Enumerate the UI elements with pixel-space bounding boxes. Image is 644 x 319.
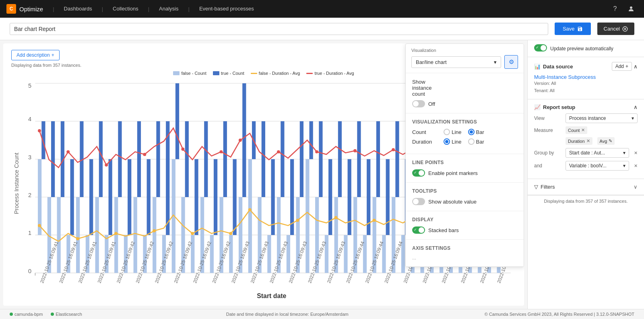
svg-text:1: 1 xyxy=(28,230,31,236)
legend-false-duration-color xyxy=(251,73,257,74)
svg-point-135 xyxy=(277,150,280,153)
svg-rect-80 xyxy=(338,121,342,197)
filters-section[interactable]: ▽ Filters ∨ xyxy=(528,179,644,195)
timezone-info: Date and time displayed in local timezon… xyxy=(90,312,485,317)
svg-point-134 xyxy=(239,139,242,142)
line-points-section: Line points ✓ Enable point markers xyxy=(406,154,524,183)
svg-rect-64 xyxy=(262,121,265,197)
svg-point-121 xyxy=(248,208,252,211)
svg-point-120 xyxy=(229,232,232,235)
show-absolute-value-label: Show absolute value xyxy=(428,199,477,205)
report-setup-title: Report setup xyxy=(543,104,575,110)
svg-rect-76 xyxy=(319,121,322,197)
svg-point-116 xyxy=(76,237,79,240)
nav-dashboards[interactable]: Dashboards xyxy=(58,0,99,18)
svg-point-122 xyxy=(296,219,299,222)
datasource-version: Version: All xyxy=(534,80,638,87)
top-navigation: C Optimize | Dashboards | Collections | … xyxy=(0,0,644,18)
main-content: Save Cancel Add description + Displaying… xyxy=(0,18,644,319)
measure-count-remove[interactable]: ✕ xyxy=(581,128,585,133)
edit-avg-icon[interactable]: ✎ xyxy=(609,138,612,144)
datasource-title: Data source xyxy=(543,64,573,70)
svg-rect-81 xyxy=(344,235,347,273)
nav-event-based[interactable]: Event-based processes xyxy=(193,0,260,18)
count-line-radio[interactable]: Line xyxy=(444,129,462,135)
svg-rect-58 xyxy=(233,159,236,235)
update-preview-label: Update preview automatically xyxy=(550,46,613,51)
view-select[interactable]: Process instance ▾ xyxy=(566,113,638,123)
svg-rect-72 xyxy=(300,121,303,197)
legend-true-count: true - Count xyxy=(213,71,244,76)
user-icon[interactable] xyxy=(625,2,638,15)
show-instance-count-toggle[interactable] xyxy=(412,100,425,107)
svg-point-137 xyxy=(353,149,357,152)
show-instance-count-state: Off xyxy=(428,101,435,107)
svg-rect-85 xyxy=(363,235,367,273)
settings-gear-button[interactable]: ⚙ xyxy=(504,55,518,69)
svg-point-129 xyxy=(66,150,70,153)
measure-count-chip: Count ✕ xyxy=(566,126,587,134)
count-bar-radio-circle xyxy=(468,129,475,135)
status-camunda: camunda-bpm xyxy=(10,312,43,317)
filters-title: Filters xyxy=(541,184,555,190)
legend-false-count-color xyxy=(173,71,180,75)
show-instance-count-label: Show instance count xyxy=(412,79,440,97)
legend-true-duration-color xyxy=(306,73,313,74)
measure-label: Measure xyxy=(534,128,562,133)
show-absolute-value-toggle[interactable] xyxy=(412,198,425,205)
and-variable-remove[interactable]: ✕ xyxy=(634,163,638,169)
tooltips-title: Tooltips xyxy=(412,188,517,194)
enable-point-markers-toggle[interactable]: ✓ xyxy=(412,169,425,177)
report-header: Save Cancel xyxy=(0,18,644,40)
visualization-panel: Visualization Bar/line chart ▾ ⚙ Show in… xyxy=(405,43,524,267)
right-panel: ✓ Update preview automatically 📊 Data so… xyxy=(527,40,644,309)
axis-settings-section: Axis settings ... xyxy=(406,240,524,267)
axis-settings-title: Axis settings xyxy=(412,245,517,251)
svg-rect-54 xyxy=(214,159,217,235)
stacked-bars-label: Stacked bars xyxy=(428,227,459,233)
svg-rect-53 xyxy=(210,235,214,273)
legend-true-duration: true - Duration - Avg xyxy=(306,71,354,76)
nav-analysis[interactable]: Analysis xyxy=(153,0,185,18)
svg-point-131 xyxy=(143,153,146,156)
svg-rect-32 xyxy=(109,159,112,235)
measure-duration-remove[interactable]: ✕ xyxy=(586,138,590,144)
save-button[interactable]: Save xyxy=(555,23,591,35)
report-title-input[interactable] xyxy=(10,23,548,35)
report-setup-section: 📈 Report setup ∧ View Process instance ▾… xyxy=(528,99,644,179)
cancel-button[interactable]: Cancel xyxy=(597,23,634,35)
update-preview-toggle[interactable]: ✓ xyxy=(534,44,547,53)
measure-duration-chip: Duration ✕ xyxy=(566,137,592,145)
svg-rect-78 xyxy=(328,159,332,235)
add-description-button[interactable]: Add description + xyxy=(11,50,60,60)
svg-rect-40 xyxy=(147,159,151,235)
group-by-remove[interactable]: ✕ xyxy=(634,150,638,156)
app-logo: C xyxy=(6,4,16,14)
duration-bar-radio[interactable]: Bar xyxy=(468,138,484,145)
datasource-add-button[interactable]: Add + xyxy=(612,62,632,71)
svg-rect-84 xyxy=(357,121,361,197)
measure-duration-row: Duration ✕ Avg ✎ xyxy=(534,137,638,145)
svg-rect-46 xyxy=(175,83,179,159)
duration-radio-group: Line Bar xyxy=(444,138,484,145)
help-icon[interactable]: ? xyxy=(609,2,621,15)
svg-text:0: 0 xyxy=(28,268,31,274)
stacked-bars-toggle[interactable]: ✓ xyxy=(412,226,425,234)
show-instance-count-section: Show instance count Off xyxy=(406,73,524,113)
svg-rect-89 xyxy=(382,235,386,273)
svg-point-133 xyxy=(219,150,223,153)
and-variable-select[interactable]: Variable : boolV... ▾ xyxy=(566,161,629,171)
group-by-select[interactable]: Start date : Aut... ▾ xyxy=(566,148,629,158)
measure-duration-agg-chip: Avg ✎ xyxy=(597,137,615,145)
enable-point-markers-label: Enable point markers xyxy=(428,170,478,176)
duration-line-radio[interactable]: Line xyxy=(444,138,462,145)
svg-point-117 xyxy=(114,232,118,235)
count-label: Count xyxy=(412,129,440,135)
report-body: Add description + Displaying data from 3… xyxy=(0,40,644,309)
nav-collections[interactable]: Collections xyxy=(106,0,145,18)
group-by-row: Group by Start date : Aut... ▾ ✕ xyxy=(534,148,638,158)
svg-rect-52 xyxy=(204,121,208,197)
chart-type-select[interactable]: Bar/line chart ▾ xyxy=(411,56,501,68)
visualization-type-row: Bar/line chart ▾ ⚙ xyxy=(411,55,518,69)
count-bar-radio[interactable]: Bar xyxy=(468,129,484,135)
